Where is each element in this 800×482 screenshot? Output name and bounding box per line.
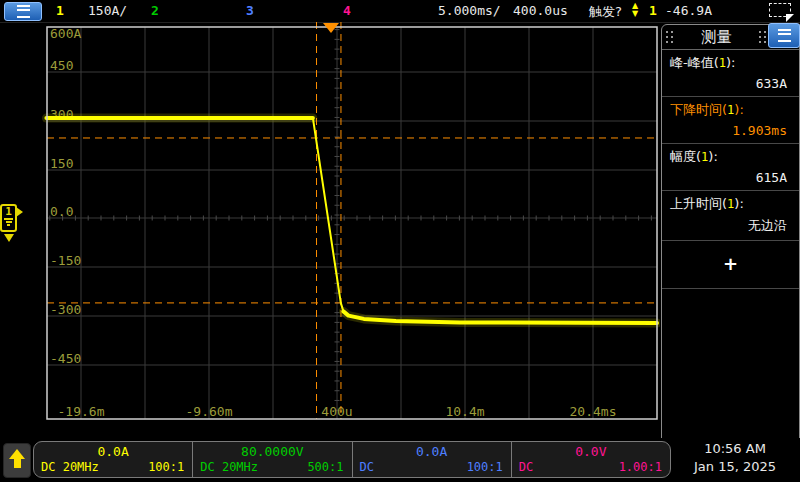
y-axis-labels: 600A 450 300 150 0.0 -150 -300 -450 <box>50 26 81 366</box>
trigger-source[interactable]: 1 <box>649 3 657 18</box>
svg-text:0.0: 0.0 <box>50 204 73 219</box>
channel2-offset: 80.0000V <box>193 444 351 459</box>
channel4-coupling: DC <box>519 460 533 474</box>
channel1-coupling: DC 20MHz <box>41 460 99 474</box>
selection-cursor-icon[interactable] <box>769 3 791 17</box>
ground-marker-down-arrow-icon <box>4 234 14 242</box>
channel4-button[interactable]: 4 <box>343 3 351 18</box>
svg-text:-300: -300 <box>50 302 81 317</box>
timebase-scale[interactable]: 5.000ms/ <box>438 3 501 18</box>
measurement-panel: 测量 峰-峰值(1): 633A 下降时间(1): 1.903ms 幅度(1):… <box>661 24 800 439</box>
svg-text:10.4m: 10.4m <box>445 404 484 419</box>
center-axis-ticks <box>50 30 652 411</box>
measurement-panel-title: 测量 <box>678 28 755 47</box>
time-display: 10:56 AM <box>672 440 798 458</box>
hamburger-menu-icon <box>778 29 791 42</box>
channel4-probe-ratio: 1.00:1 <box>619 460 662 474</box>
svg-text:450: 450 <box>50 58 73 73</box>
channel1-waveform <box>46 118 657 323</box>
measurement-value: 633A <box>670 72 791 91</box>
svg-text:20.4ms: 20.4ms <box>570 404 617 419</box>
clock: 10:56 AM Jan 15, 2025 <box>672 440 798 476</box>
measurement-value: 615A <box>670 166 791 185</box>
channel2-status-box[interactable]: 80.0000V DC 20MHz500:1 <box>192 442 351 477</box>
channel2-coupling: DC 20MHz <box>200 460 258 474</box>
expand-up-button[interactable] <box>3 443 31 478</box>
channel2-probe-ratio: 500:1 <box>307 460 343 474</box>
channel3-button[interactable]: 3 <box>246 3 254 18</box>
measurement-menu-button[interactable] <box>768 23 800 48</box>
channel3-offset: 0.0A <box>353 444 511 459</box>
hamburger-menu-icon <box>17 5 30 18</box>
channel1-status-box[interactable]: 0.0A DC 20MHz100:1 <box>34 442 192 477</box>
measurement-value: 无边沿 <box>670 213 791 235</box>
top-status-bar: 1 150A/ 2 3 4 5.000ms/ 400.0us 触发? ▲▼ 1 … <box>0 0 800 23</box>
scope-display-grid: 600A 450 300 150 0.0 -150 -300 -450 -19.… <box>0 22 660 438</box>
channel2-button[interactable]: 2 <box>151 3 159 18</box>
drag-handle-icon[interactable] <box>666 31 674 43</box>
svg-text:-450: -450 <box>50 351 81 366</box>
channel-status-group: 0.0A DC 20MHz100:1 80.0000V DC 20MHz500:… <box>33 441 671 478</box>
x-axis-labels: -19.6m -9.60m 400u 10.4m 20.4ms <box>58 404 617 419</box>
trigger-level-arrows-icon[interactable]: ▲▼ <box>632 2 638 18</box>
channel4-status-box[interactable]: 0.0V DC1.00:1 <box>511 442 670 477</box>
channel1-offset: 0.0A <box>34 444 192 459</box>
gridlines <box>47 27 657 419</box>
channel1-button[interactable]: 1 <box>56 3 64 18</box>
trigger-level[interactable]: -46.9A <box>665 3 712 18</box>
measurement-panel-header[interactable]: 测量 <box>662 25 799 50</box>
measurement-value: 1.903ms <box>670 119 791 138</box>
drag-handle-icon[interactable] <box>759 31 767 43</box>
svg-text:600A: 600A <box>50 26 81 41</box>
svg-text:-19.6m: -19.6m <box>58 404 105 419</box>
channel3-status-box[interactable]: 0.0A DC100:1 <box>352 442 511 477</box>
ground-marker-channel-number: 1 <box>5 205 12 218</box>
measurement-row-peak-to-peak[interactable]: 峰-峰值(1): 633A <box>662 50 799 97</box>
channel3-coupling: DC <box>360 460 374 474</box>
timebase-delay[interactable]: 400.0us <box>513 3 568 18</box>
measurement-row-rise-time[interactable]: 上升时间(1): 无边沿 <box>662 191 799 241</box>
channel1-probe-ratio: 100:1 <box>148 460 184 474</box>
add-measurement-button[interactable]: + <box>662 241 799 289</box>
main-menu-button[interactable] <box>4 2 42 21</box>
channel1-ground-marker[interactable]: 1 <box>0 204 26 246</box>
channel1-scale[interactable]: 150A/ <box>88 3 127 18</box>
up-arrow-icon <box>9 449 25 459</box>
channel4-offset: 0.0V <box>512 444 670 459</box>
grid-border <box>47 27 657 419</box>
measurement-row-fall-time[interactable]: 下降时间(1): 1.903ms <box>662 97 799 144</box>
channel3-probe-ratio: 100:1 <box>467 460 503 474</box>
date-display: Jan 15, 2025 <box>672 458 798 476</box>
svg-text:400u: 400u <box>321 404 352 419</box>
svg-text:150: 150 <box>50 156 73 171</box>
bottom-status-bar: 0.0A DC 20MHz100:1 80.0000V DC 20MHz500:… <box>0 438 800 482</box>
trigger-status: 触发? <box>589 3 622 21</box>
svg-text:-150: -150 <box>50 253 81 268</box>
ground-marker-arrow-icon <box>16 207 23 217</box>
measurement-row-amplitude[interactable]: 幅度(1): 615A <box>662 144 799 191</box>
earth-ground-icon <box>2 218 15 226</box>
svg-text:-9.60m: -9.60m <box>186 404 233 419</box>
